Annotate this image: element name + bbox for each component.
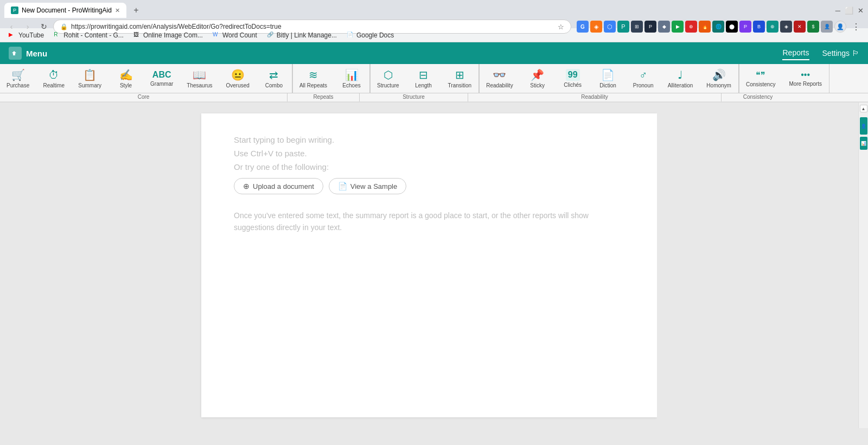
more-reports-icon: •••	[801, 70, 810, 80]
length-button[interactable]: ⊟ Length	[406, 64, 442, 93]
grammar-button[interactable]: ABC Grammar	[144, 64, 180, 93]
more-reports-button[interactable]: ••• More Reports	[782, 64, 829, 93]
structure-label: Structure	[377, 82, 399, 88]
sidebar-chart-icon[interactable]: 📊	[860, 137, 867, 150]
browser-tab[interactable]: P New Document - ProWritingAid ✕	[4, 3, 126, 18]
ext-red2-icon[interactable]: ✕	[794, 21, 806, 33]
structure-button[interactable]: ⬡ Structure	[371, 64, 406, 93]
editor-footer-text: Once you've entered some text, the summa…	[234, 209, 624, 234]
homonym-label: Homonym	[706, 82, 731, 88]
homonym-button[interactable]: 🔊 Homonym	[700, 64, 738, 93]
consistency-button[interactable]: ❝❞ Consistency	[739, 64, 782, 93]
editor-panel[interactable]: Start typing to begin writing. Use Ctrl+…	[201, 113, 657, 417]
user-icon: 👤	[861, 124, 866, 129]
editor-placeholder-line1: Start typing to begin writing.	[234, 135, 624, 144]
consistency-section: ❝❞ Consistency ••• More Reports	[739, 64, 829, 93]
main-area: Start typing to begin writing. Use Ctrl+…	[0, 103, 868, 428]
extension-icons: G ◈ ⬡ P ⊞ P ◆ ▶ ⊕ 🔥 🌐 ⬤ P B ⊕ ◈ ✕ $ 👤 👤	[577, 21, 846, 33]
bookmark-youtube[interactable]: ▶ YouTube	[4, 30, 48, 40]
bookmark-youtube-label: YouTube	[18, 31, 44, 39]
bookmark-bitly[interactable]: 🔗 Bitly | Link Manage...	[263, 30, 341, 40]
ext-black-icon[interactable]: ⬤	[726, 21, 738, 33]
bitly-favicon: 🔗	[267, 31, 275, 39]
readability-category-label: Readability	[468, 93, 722, 101]
ext-nav-icon[interactable]: ◈	[780, 21, 792, 33]
ext-blue2-icon[interactable]: B	[753, 21, 765, 33]
ext-green2-icon[interactable]: $	[807, 21, 819, 33]
thesaurus-label: Thesaurus	[187, 82, 212, 88]
ext-teal3-icon[interactable]: ⊕	[767, 21, 778, 33]
cliches-icon: 99	[566, 69, 580, 81]
realtime-button[interactable]: ⏱ Realtime	[36, 64, 72, 93]
ext-pwa-icon[interactable]: P	[644, 21, 656, 33]
ext-blue-icon[interactable]: ⬡	[604, 21, 616, 33]
grammar-icon: ABC	[152, 70, 171, 80]
right-sidebar: ▲ 👤 📊	[858, 103, 868, 428]
alliteration-button[interactable]: ♩ Alliteration	[661, 64, 700, 93]
summary-button[interactable]: 📋 Summary	[72, 64, 108, 93]
sidebar-user-icon[interactable]: 👤	[860, 117, 867, 135]
ext-orange2-icon[interactable]: 🔥	[699, 21, 711, 33]
pronoun-button[interactable]: ♂ Pronoun	[626, 64, 661, 93]
ext-dark2-icon[interactable]: ◆	[658, 21, 670, 33]
structure-category-label: Structure	[360, 93, 468, 101]
summary-icon: 📋	[83, 68, 97, 81]
new-tab-button[interactable]: +	[129, 3, 144, 18]
combo-button[interactable]: ⇄ Combo	[257, 64, 292, 93]
bookmark-wordcount[interactable]: W Word Count	[208, 30, 261, 40]
browser-menu-button[interactable]: ⋮	[848, 21, 864, 33]
ext-gray-icon[interactable]: 👤	[821, 21, 833, 33]
tab-close-button[interactable]: ✕	[115, 7, 120, 14]
echoes-button[interactable]: 📊 Echoes	[334, 64, 369, 93]
maximize-button[interactable]: ⬜	[845, 7, 853, 15]
thesaurus-button[interactable]: 📖 Thesaurus	[180, 64, 219, 93]
bookmark-image[interactable]: 🖼 Online Image Com...	[129, 30, 207, 40]
transition-button[interactable]: ⊞ Transition	[442, 64, 479, 93]
sample-button-label: View a Sample	[350, 182, 397, 190]
sticky-icon: 📌	[531, 68, 544, 81]
bookmark-wordcount-label: Word Count	[222, 31, 257, 39]
view-sample-button[interactable]: 📄 View a Sample	[329, 178, 406, 194]
readability-button[interactable]: 👓 Readability	[480, 64, 520, 93]
bookmark-rohit[interactable]: R Rohit - Content - G...	[49, 30, 128, 40]
minimize-button[interactable]: ─	[835, 7, 840, 15]
sidebar-collapse-button[interactable]: ▲	[860, 105, 867, 112]
style-label: Style	[120, 82, 132, 88]
ext-green-icon[interactable]: ▶	[672, 21, 684, 33]
ext-teal2-icon[interactable]: 🌐	[712, 21, 724, 33]
ext-g-icon[interactable]: G	[577, 21, 589, 33]
editor-action-buttons: ⊕ Upload a document 📄 View a Sample	[234, 178, 624, 194]
upload-document-button[interactable]: ⊕ Upload a document	[234, 178, 323, 194]
sample-icon: 📄	[338, 182, 347, 190]
ext-purple-icon[interactable]: P	[739, 21, 751, 33]
all-repeats-button[interactable]: ≋ All Repeats	[293, 64, 334, 93]
lock-icon: 🔒	[60, 23, 68, 30]
ext-orange-icon[interactable]: ◈	[590, 21, 602, 33]
app-logo-text: Menu	[26, 49, 47, 58]
cliches-button[interactable]: 99 Clichés	[556, 64, 591, 93]
app-logo[interactable]: Menu	[9, 47, 47, 60]
diction-button[interactable]: 📄 Diction	[591, 64, 626, 93]
ext-dark1-icon[interactable]: ⊞	[631, 21, 643, 33]
overused-button[interactable]: 😐 Overused	[220, 64, 257, 93]
categories-bar: Core Repeats Structure Readability Consi…	[0, 93, 868, 103]
diction-label: Diction	[599, 82, 616, 88]
style-button[interactable]: ✍ Style	[108, 64, 144, 93]
homonym-icon: 🔊	[712, 68, 726, 81]
url-input[interactable]	[71, 23, 554, 30]
ext-red1-icon[interactable]: ⊕	[685, 21, 697, 33]
purchase-button[interactable]: 🛒 Purchase	[0, 64, 36, 93]
bookmark-star-icon[interactable]: ☆	[558, 23, 564, 31]
ext-teal-icon[interactable]: P	[617, 21, 629, 33]
ext-profile-icon[interactable]: 👤	[834, 21, 846, 33]
length-label: Length	[415, 82, 432, 88]
readability-icon: 👓	[493, 68, 506, 81]
nav-settings[interactable]: Settings 🏳	[822, 47, 859, 60]
bookmark-googledocs[interactable]: 📄 Google Docs	[342, 30, 398, 40]
nav-reports[interactable]: Reports	[782, 46, 809, 60]
realtime-label: Realtime	[43, 82, 65, 88]
sticky-button[interactable]: 📌 Sticky	[520, 64, 556, 93]
close-button[interactable]: ✕	[858, 7, 864, 15]
realtime-icon: ⏱	[48, 69, 59, 81]
style-icon: ✍	[119, 68, 133, 81]
